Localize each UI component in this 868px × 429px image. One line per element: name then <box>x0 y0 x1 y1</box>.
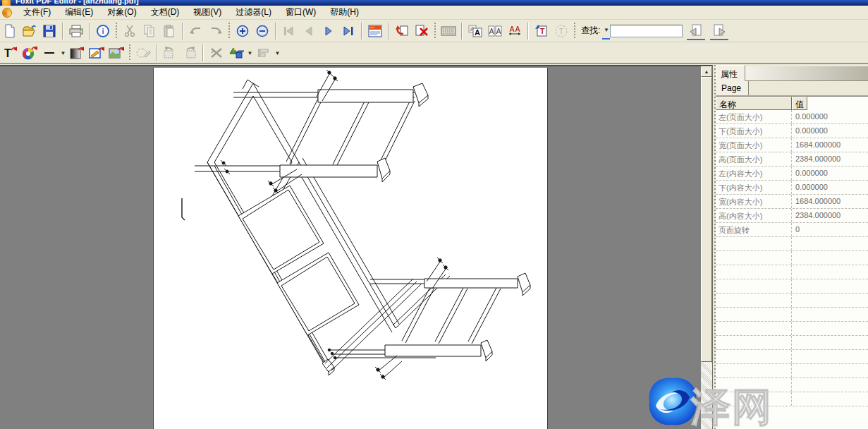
cut-button[interactable] <box>121 22 139 40</box>
property-value[interactable]: 1684.000000 <box>792 138 868 152</box>
property-row[interactable]: 下(内容大小)0.000000 <box>716 181 868 195</box>
menu-object[interactable]: 对象(O) <box>100 5 143 20</box>
empty-row <box>716 265 868 279</box>
paste-button[interactable] <box>160 22 178 40</box>
menu-file[interactable]: 文件(F) <box>16 5 58 20</box>
edit-image-button[interactable] <box>87 44 106 62</box>
find-next-button[interactable] <box>710 22 728 40</box>
copy-button[interactable] <box>140 22 159 40</box>
property-name: 下(页面大小) <box>716 124 792 138</box>
property-name: 左(内容大小) <box>716 167 792 180</box>
scissors-icon <box>124 25 135 37</box>
menu-window[interactable]: 窗口(W) <box>279 5 323 20</box>
redo-button[interactable] <box>207 22 225 40</box>
text-circle-button[interactable]: T <box>552 22 570 40</box>
panel-title: 属性 <box>716 65 745 81</box>
property-row[interactable]: 页面旋转0 <box>716 223 868 237</box>
line-style-button[interactable] <box>40 44 59 62</box>
previous-page-button[interactable] <box>300 22 318 40</box>
line-style-dropdown[interactable]: ▼ <box>59 44 67 61</box>
scroll-up-button[interactable]: ▲ <box>701 66 712 77</box>
property-row[interactable]: 宽(内容大小)1684.000000 <box>716 195 868 209</box>
document-canvas[interactable] <box>0 65 701 429</box>
add-text-button[interactable]: T <box>532 22 551 40</box>
font-style-icon: AA <box>468 25 482 37</box>
rotate-left-button[interactable] <box>161 44 179 62</box>
align-icon <box>257 47 270 59</box>
find-next-icon <box>713 24 726 37</box>
font-style-button[interactable]: AA <box>466 22 484 40</box>
scrollbar-thumb[interactable] <box>701 77 712 362</box>
scroll-up-arrow-icon: ▲ <box>704 69 709 74</box>
zoom-in-icon <box>236 25 249 37</box>
virtual-keyboard-button[interactable] <box>439 22 458 40</box>
panel-tab-row: Page <box>716 81 868 96</box>
property-row[interactable]: 宽(页面大小)1684.000000 <box>716 138 868 152</box>
delete-page-icon <box>415 24 429 37</box>
vertical-scrollbar[interactable]: ▲ <box>701 65 712 429</box>
property-name: 宽(内容大小) <box>716 195 792 208</box>
delete-object-button[interactable] <box>207 44 226 62</box>
zoom-in-button[interactable] <box>233 22 252 40</box>
print-button[interactable] <box>67 22 85 40</box>
rotate-right-button[interactable] <box>181 44 199 62</box>
next-page-button[interactable] <box>319 22 338 40</box>
first-page-button[interactable] <box>280 22 298 40</box>
lasso-edit-button[interactable] <box>134 44 152 62</box>
property-row[interactable]: 左(页面大小)0.000000 <box>716 110 868 124</box>
find-prev-button[interactable] <box>687 22 705 40</box>
toolbar-objects: T ▼ ▼ ▼ <box>0 43 868 64</box>
empty-row <box>716 322 868 336</box>
tab-page[interactable]: Page <box>716 81 749 95</box>
property-value[interactable]: 0.000000 <box>792 110 868 123</box>
property-row[interactable]: 左(内容大小)0.000000 <box>716 167 868 181</box>
next-page-icon <box>324 26 334 36</box>
previous-page-icon <box>304 26 314 36</box>
menu-help[interactable]: 帮助(H) <box>323 5 366 20</box>
char-spacing-button[interactable]: AA <box>486 22 504 40</box>
zoom-out-button[interactable] <box>253 22 271 40</box>
redo-arrow-icon <box>209 26 223 36</box>
insert-rotate-page-button[interactable] <box>393 22 411 40</box>
add-text-object-button[interactable]: T <box>1 44 19 62</box>
property-value[interactable]: 0.000000 <box>792 124 868 138</box>
last-page-button[interactable] <box>339 22 357 40</box>
undo-button[interactable] <box>187 22 205 40</box>
menu-view[interactable]: 视图(V) <box>186 5 228 20</box>
pdf-page[interactable] <box>153 68 548 429</box>
shapes-button[interactable] <box>227 44 245 62</box>
document-info-button[interactable]: i <box>94 22 112 40</box>
find-input[interactable] <box>610 25 683 37</box>
grid-header: 名称 值 <box>716 97 868 110</box>
add-image-button[interactable] <box>107 44 126 62</box>
shapes-dropdown[interactable]: ▼ <box>246 44 254 61</box>
find-prev-icon <box>690 24 702 37</box>
delete-page-button[interactable] <box>412 22 431 40</box>
add-color-object-button[interactable] <box>20 44 39 62</box>
color-wheel-icon <box>22 46 37 60</box>
property-value[interactable]: 1684.000000 <box>792 195 868 208</box>
align-dropdown[interactable]: ▼ <box>274 44 281 61</box>
align-button[interactable] <box>255 44 273 62</box>
shading-object-button[interactable] <box>68 44 86 62</box>
menu-filter[interactable]: 过滤器(L) <box>228 5 279 20</box>
property-row[interactable]: 高(页面大小)2384.000000 <box>716 152 868 167</box>
find-dropdown[interactable]: ▼ <box>602 23 610 40</box>
save-button[interactable] <box>40 22 59 40</box>
menu-document[interactable]: 文档(D) <box>144 5 187 20</box>
property-value[interactable]: 0.000000 <box>792 167 868 180</box>
property-value[interactable]: 0.000000 <box>792 181 868 194</box>
property-row[interactable]: 高(内容大小)2384.000000 <box>716 209 868 223</box>
char-scale-button[interactable]: AA <box>506 22 524 40</box>
property-value[interactable]: 0 <box>792 223 868 236</box>
property-value[interactable]: 2384.000000 <box>792 152 868 166</box>
property-value[interactable]: 2384.000000 <box>792 209 868 222</box>
new-document-button[interactable] <box>1 22 19 40</box>
info-icon: i <box>97 25 109 37</box>
property-row[interactable]: 下(页面大小)0.000000 <box>716 124 868 138</box>
property-name: 高(页面大小) <box>716 152 792 166</box>
page-layout-button[interactable] <box>366 22 384 40</box>
menu-edit[interactable]: 编辑(E) <box>58 5 100 20</box>
open-file-button[interactable] <box>20 22 39 40</box>
last-page-icon <box>343 26 354 36</box>
